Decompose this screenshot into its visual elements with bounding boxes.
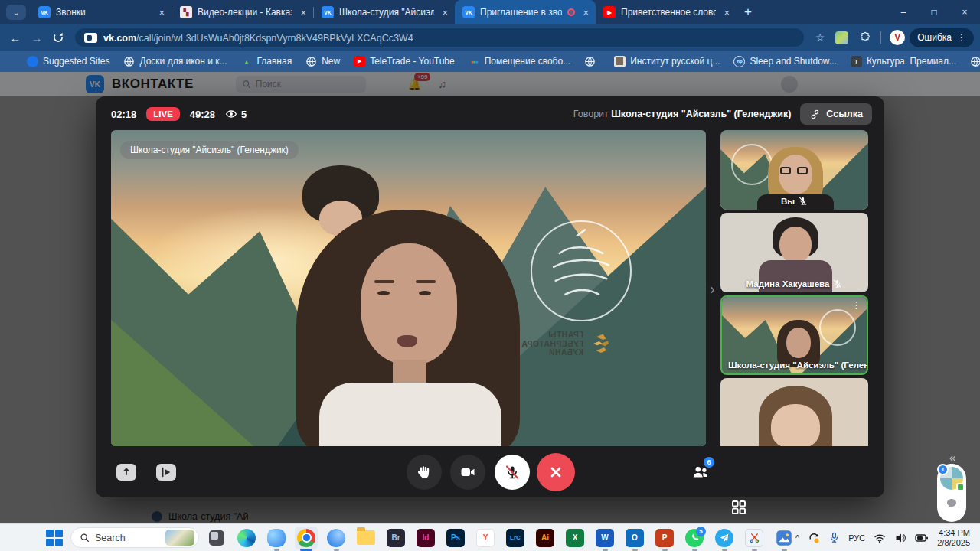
address-bar[interactable]: vk.com/call/join/wL3dUsWuAh0jt8KdspnVyrn… — [75, 28, 804, 47]
bookmark-globe-only[interactable] — [584, 56, 600, 67]
error-label: Ошибка — [917, 32, 952, 43]
whatsapp-icon[interactable]: 5 — [683, 527, 706, 549]
lightroom-icon[interactable]: LrC — [504, 527, 527, 549]
tab-zvonki[interactable]: VK Звонки × — [31, 0, 172, 24]
photos-icon[interactable] — [773, 527, 795, 549]
start-button[interactable] — [46, 530, 63, 546]
taskbar-clock[interactable]: 4:34 PM 2/8/2025 — [937, 528, 970, 548]
participant-tile-school-active[interactable]: ⋮ Школа-студия "Айсиэль" (Геленд… — [720, 295, 868, 375]
bookmark-doski[interactable]: Доски для икон и к... — [123, 56, 227, 67]
new-tab-button[interactable]: + — [744, 5, 752, 20]
bookmark-suggested-sites[interactable]: Suggested Sites — [27, 56, 109, 67]
tab-close-icon[interactable]: × — [580, 7, 591, 18]
floating-widget-panel[interactable]: 1 — [937, 464, 966, 522]
tab-close-icon[interactable]: × — [156, 7, 167, 18]
bookmark-star-icon[interactable]: ☆ — [815, 31, 825, 44]
wifi-icon[interactable] — [874, 532, 886, 544]
telegram-icon[interactable] — [713, 527, 736, 549]
battery-icon[interactable] — [915, 533, 929, 543]
excel-icon[interactable]: X — [564, 527, 586, 549]
bookmark-label: Институт русской ц... — [630, 56, 720, 67]
raise-hand-button[interactable] — [407, 455, 442, 490]
window-maximize-button[interactable]: □ — [919, 0, 949, 24]
tree-icon: ▲ — [240, 56, 252, 67]
tab-close-icon[interactable]: × — [298, 7, 309, 18]
copy-link-button[interactable]: Ссылка — [800, 103, 872, 125]
tab-school-studio[interactable]: VK Школа-студия "Айсиэль" (Геле × — [314, 0, 455, 24]
chat-bubble-icon[interactable] — [946, 497, 958, 510]
blue-app-icon[interactable] — [325, 527, 348, 549]
tab-close-icon[interactable]: × — [721, 7, 732, 18]
indesign-icon[interactable]: Id — [414, 527, 437, 549]
main-video-tile[interactable]: ГРАНТЫ ГУБЕРНАТОРА КУБАНИ Школа-студия "… — [111, 130, 706, 446]
participants-count-badge: 6 — [704, 457, 714, 468]
extension-icon[interactable] — [835, 31, 848, 44]
tab-search-chevron-icon[interactable]: ⌄ — [6, 5, 26, 20]
browser-tab-strip: ⌄ VK Звонки × ▚ Видео-лекции - Кавказска… — [0, 0, 980, 24]
camera-toggle-button[interactable] — [450, 455, 485, 490]
back-button[interactable]: ← — [5, 31, 26, 44]
grid-view-button[interactable] — [721, 490, 756, 525]
language-indicator[interactable]: РУС — [848, 533, 865, 543]
copilot-icon[interactable] — [265, 527, 288, 549]
bookmark-new[interactable]: New — [305, 56, 340, 67]
media-panel-button[interactable] — [156, 464, 176, 481]
task-view-button[interactable] — [205, 527, 228, 549]
word-icon[interactable]: W — [593, 527, 616, 549]
clock-time: 4:34 PM — [937, 528, 970, 538]
volume-icon[interactable] — [894, 532, 906, 544]
mic-muted-icon — [832, 279, 842, 289]
illustrator-icon[interactable]: Ai — [534, 527, 557, 549]
sidebar-collapse-chevron[interactable]: › — [710, 280, 715, 298]
forward-button[interactable]: → — [26, 31, 47, 44]
tab-welcome-word[interactable]: ▶ Приветственное слово Дмитр × — [596, 0, 737, 24]
browser-error-button[interactable]: Ошибка ⋮ — [910, 28, 974, 47]
participants-button[interactable]: 6 — [683, 455, 718, 490]
bookmark-sleep-shutdown[interactable]: hp Sleep and Shutdow... — [733, 56, 836, 67]
powerpoint-icon[interactable]: P — [653, 527, 676, 549]
tile-menu-icon[interactable]: ⋮ — [851, 299, 861, 311]
refresh-button[interactable] — [47, 31, 69, 44]
tray-mic-icon[interactable] — [828, 532, 840, 543]
screen-share-button[interactable] — [116, 464, 136, 481]
bookmark-glavnaya[interactable]: ▲ Главная — [240, 56, 292, 67]
browser-menu-icon[interactable]: ⋮ — [957, 32, 966, 43]
tab-call-invite-active[interactable]: VK Приглашение в звонок × — [455, 0, 596, 24]
edge-icon[interactable] — [235, 527, 258, 549]
profile-avatar[interactable]: V — [890, 30, 905, 45]
end-call-button[interactable] — [537, 453, 575, 491]
globe-icon — [123, 56, 135, 67]
bookmark-institut[interactable]: Институт русской ц... — [614, 56, 720, 67]
sync-icon[interactable] — [808, 532, 820, 544]
bookmark-kultura[interactable]: Т Культура. Премиал... — [851, 56, 956, 67]
bookmark-teletrade[interactable]: ▶ TeleTrade - YouTube — [354, 56, 455, 67]
file-explorer-icon[interactable] — [354, 527, 377, 549]
chrome-icon-active[interactable] — [295, 527, 318, 549]
colored-dots-icon: ●●● — [469, 56, 480, 67]
camera-in-use-icon[interactable] — [84, 33, 97, 43]
extensions-puzzle-icon[interactable] — [859, 31, 871, 44]
bookmark-pomeschenie[interactable]: ●●● Помещение свобо... — [469, 56, 570, 67]
microphone-muted-button[interactable] — [495, 455, 530, 490]
play-panel-icon — [159, 465, 173, 479]
grant-cubes-icon — [590, 332, 612, 355]
tray-chevron-icon[interactable]: ^ — [795, 533, 799, 543]
widget-collapse-chevron[interactable]: « — [949, 451, 954, 464]
tab-close-icon[interactable]: × — [439, 7, 450, 18]
adobe-bridge-icon[interactable]: Br — [384, 527, 407, 549]
photoshop-icon[interactable]: Ps — [444, 527, 467, 549]
tab-video-lectures[interactable]: ▚ Видео-лекции - Кавказская Ат × — [172, 0, 313, 24]
browser-toolbar: ← → vk.com/call/join/wL3dUsWuAh0jt8Kdspn… — [0, 24, 980, 51]
participant-tile-you[interactable]: Вы — [720, 130, 868, 210]
outlook-icon[interactable]: O — [623, 527, 646, 549]
window-minimize-button[interactable]: – — [888, 0, 919, 24]
taskbar-search-input[interactable]: Search — [70, 527, 199, 548]
widget-logo[interactable]: 1 — [940, 467, 963, 490]
bookmark-new-tab[interactable]: New Tab — [970, 56, 980, 67]
window-close-button[interactable]: × — [949, 0, 980, 24]
yandex-icon[interactable]: Y — [474, 527, 497, 549]
participant-tile-fourth[interactable] — [720, 378, 868, 446]
participant-tile-madina[interactable]: Мадина Хакуашева — [720, 213, 868, 292]
bookmarks-bar: Suggested Sites Доски для икон и к... ▲ … — [0, 51, 980, 72]
snipping-tool-icon[interactable] — [743, 527, 766, 549]
